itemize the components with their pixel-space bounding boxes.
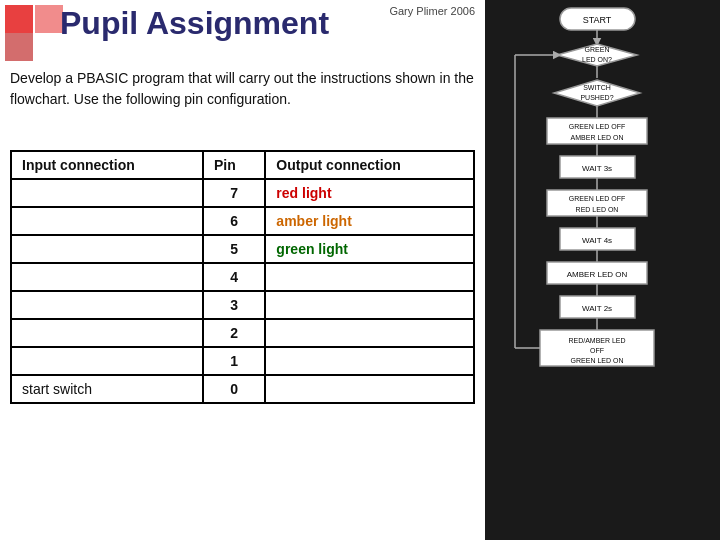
svg-text:START: START [583,15,612,25]
input-cell [11,347,203,375]
decor-sq1 [5,5,33,33]
table-row: 7 red light [11,179,474,207]
output-cell [265,319,474,347]
pin-cell: 1 [203,347,265,375]
svg-text:RED/AMBER LED: RED/AMBER LED [568,337,625,344]
table-header-row: Input connection Pin Output connection [11,151,474,179]
output-cell [265,347,474,375]
pin-cell: 4 [203,263,265,291]
output-cell [265,263,474,291]
decor-sq3 [5,33,33,61]
svg-text:GREEN LED OFF: GREEN LED OFF [569,195,625,202]
page-container: Gary Plimer 2006 Pupil Assignment Develo… [0,0,720,540]
table-container: Input connection Pin Output connection 7… [10,150,475,404]
output-cell: green light [265,235,474,263]
pin-cell: 2 [203,319,265,347]
svg-text:RED LED ON: RED LED ON [576,206,619,213]
svg-text:PUSHED?: PUSHED? [580,94,613,101]
svg-text:WAIT 3s: WAIT 3s [582,164,612,173]
svg-text:GREEN LED OFF: GREEN LED OFF [569,123,625,130]
output-cell [265,291,474,319]
col-header-pin: Pin [203,151,265,179]
svg-text:AMBER LED ON: AMBER LED ON [567,270,628,279]
table-row-start-switch: start switch 0 [11,375,474,403]
svg-text:SWITCH: SWITCH [583,84,611,91]
svg-text:WAIT 4s: WAIT 4s [582,236,612,245]
input-cell [11,319,203,347]
input-cell [11,207,203,235]
pin-cell: 0 [203,375,265,403]
top-decoration [0,0,60,60]
pin-cell: 7 [203,179,265,207]
header-area: Pupil Assignment [60,5,480,42]
output-cell: red light [265,179,474,207]
flowchart-svg: START GREEN LED ON? SWITCH PUSHED? GREEN… [485,0,710,525]
pin-config-table: Input connection Pin Output connection 7… [10,150,475,404]
table-row: 6 amber light [11,207,474,235]
svg-text:GREEN: GREEN [585,46,610,53]
input-cell [11,235,203,263]
flowchart-panel: START GREEN LED ON? SWITCH PUSHED? GREEN… [485,0,720,540]
input-cell [11,179,203,207]
pin-cell: 3 [203,291,265,319]
svg-text:OFF: OFF [590,347,604,354]
svg-text:GREEN LED ON: GREEN LED ON [571,357,624,364]
svg-text:WAIT 2s: WAIT 2s [582,304,612,313]
pin-cell: 5 [203,235,265,263]
svg-text:AMBER LED ON: AMBER LED ON [571,134,624,141]
table-row: 1 [11,347,474,375]
page-title: Pupil Assignment [60,5,480,42]
table-row: 4 [11,263,474,291]
table-row: 5 green light [11,235,474,263]
svg-text:LED ON?: LED ON? [582,56,612,63]
output-cell: amber light [265,207,474,235]
input-cell-start: start switch [11,375,203,403]
pin-cell: 6 [203,207,265,235]
decor-sq2 [35,5,63,33]
col-header-output: Output connection [265,151,474,179]
col-header-input: Input connection [11,151,203,179]
table-row: 2 [11,319,474,347]
input-cell [11,291,203,319]
output-cell [265,375,474,403]
table-row: 3 [11,291,474,319]
input-cell [11,263,203,291]
description-text: Develop a PBASIC program that will carry… [10,68,475,110]
